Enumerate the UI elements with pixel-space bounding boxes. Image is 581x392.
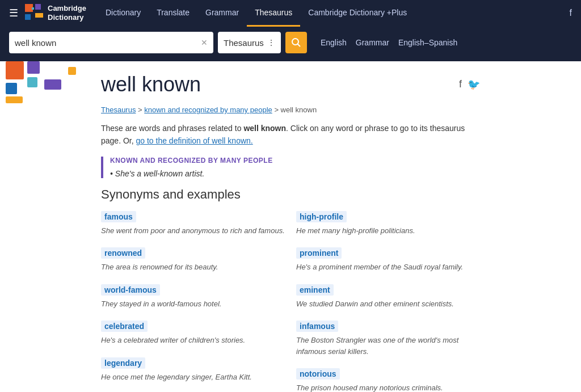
- nav-grammar[interactable]: Grammar: [197, 0, 247, 27]
- category-block: KNOWN AND RECOGNIZED BY MANY PEOPLE • Sh…: [101, 157, 480, 178]
- synonyms-heading: Synonyms and examples: [101, 187, 480, 202]
- synonym-word-world-famous[interactable]: world-famous: [101, 284, 160, 296]
- logo-icon: [24, 3, 44, 23]
- synonym-example-eminent: We studied Darwin and other eminent scie…: [296, 298, 480, 310]
- search-source-menu-icon[interactable]: ⋮: [267, 38, 275, 47]
- logo-area[interactable]: Cambridge Dictionary: [24, 3, 86, 23]
- sub-nav-grammar[interactable]: Grammar: [356, 38, 389, 47]
- synonyms-left-col: famous She went from poor and anonymous …: [101, 211, 285, 392]
- synonyms-grid: famous She went from poor and anonymous …: [101, 211, 480, 392]
- svg-rect-3: [35, 13, 43, 18]
- hamburger-icon[interactable]: ☰: [9, 7, 18, 19]
- deco-shape-orange: [6, 61, 24, 79]
- synonym-example-world-famous: They stayed in a world-famous hotel.: [101, 298, 285, 310]
- synonym-world-famous: world-famous They stayed in a world-famo…: [101, 284, 285, 310]
- sub-nav-english[interactable]: English: [321, 38, 347, 47]
- synonym-high-profile: high-profile He met many high-profile po…: [296, 211, 480, 237]
- synonym-example-high-profile: He met many high-profile politicians.: [296, 225, 480, 237]
- synonym-example-renowned: The area is renowned for its beauty.: [101, 262, 285, 273]
- facebook-icon[interactable]: f: [459, 78, 462, 91]
- synonym-renowned: renowned The area is renowned for its be…: [101, 247, 285, 273]
- deco-shape-blue: [6, 83, 17, 94]
- intro-bold: well known: [243, 124, 286, 133]
- synonym-word-high-profile[interactable]: high-profile: [296, 211, 347, 222]
- search-input-wrap: ✕: [9, 32, 213, 53]
- deco-shape-yellow: [68, 67, 76, 75]
- svg-point-5: [292, 39, 298, 45]
- synonym-example-famous: She went from poor and anonymous to rich…: [101, 225, 285, 237]
- synonym-celebrated: celebrated He's a celebrated writer of c…: [101, 321, 285, 346]
- intro-text: These are words and phrases related to w…: [101, 122, 480, 147]
- sub-nav-english-spanish[interactable]: English–Spanish: [398, 38, 457, 47]
- synonyms-right-col: high-profile He met many high-profile po…: [296, 211, 480, 392]
- search-icon: [291, 37, 301, 48]
- search-input[interactable]: [15, 38, 197, 48]
- twitter-icon[interactable]: 🐦: [468, 78, 480, 91]
- svg-line-6: [297, 44, 300, 47]
- page-title: well known: [101, 73, 201, 96]
- search-bar-area: ✕ Thesaurus ⋮ English Grammar English–Sp…: [0, 26, 581, 61]
- logo-text: Cambridge Dictionary: [48, 4, 86, 22]
- synonym-word-prominent[interactable]: prominent: [296, 247, 342, 259]
- synonym-notorious: notorious The prison housed many notorio…: [296, 368, 480, 392]
- synonym-example-legendary: He once met the legendary singer, Eartha…: [101, 372, 285, 383]
- synonym-prominent: prominent He's a prominent member of the…: [296, 247, 480, 273]
- facebook-nav-icon[interactable]: f: [570, 8, 572, 18]
- main-content: well known f 🐦 Thesaurus > known and rec…: [92, 61, 489, 392]
- svg-rect-4: [32, 7, 34, 10]
- synonym-word-legendary[interactable]: legendary: [101, 357, 145, 369]
- search-button[interactable]: [285, 32, 307, 53]
- nav-links: Dictionary Translate Grammar Thesaurus C…: [98, 0, 570, 27]
- svg-rect-0: [25, 4, 33, 12]
- synonym-famous: famous She went from poor and anonymous …: [101, 211, 285, 237]
- nav-thesaurus[interactable]: Thesaurus: [247, 0, 300, 27]
- page-title-row: well known f 🐦: [101, 73, 480, 96]
- synonym-word-celebrated[interactable]: celebrated: [101, 321, 148, 332]
- synonym-example-prominent: He's a prominent member of the Saudi roy…: [296, 262, 480, 273]
- breadcrumb-category[interactable]: known and recognized by many people: [144, 106, 272, 114]
- synonym-word-eminent[interactable]: eminent: [296, 284, 334, 296]
- category-label: KNOWN AND RECOGNIZED BY MANY PEOPLE: [110, 157, 480, 165]
- search-source-wrap: Thesaurus ⋮: [218, 32, 281, 53]
- nav-plus[interactable]: Cambridge Dictionary +Plus: [300, 0, 415, 27]
- deco-shape-purple: [27, 61, 40, 74]
- nav-translate[interactable]: Translate: [149, 0, 197, 27]
- sub-nav-links: English Grammar English–Spanish: [321, 38, 457, 47]
- synonym-legendary: legendary He once met the legendary sing…: [101, 357, 285, 383]
- breadcrumb-thesaurus[interactable]: Thesaurus: [101, 106, 136, 114]
- svg-rect-2: [25, 14, 31, 20]
- synonym-word-renowned[interactable]: renowned: [101, 247, 145, 259]
- synonym-word-notorious[interactable]: notorious: [296, 368, 340, 380]
- category-example: • She's a well-known artist.: [110, 169, 480, 178]
- synonym-example-infamous: The Boston Strangler was one of the worl…: [296, 335, 480, 357]
- deco-shape-purple2: [44, 79, 61, 90]
- synonym-eminent: eminent We studied Darwin and other emin…: [296, 284, 480, 310]
- top-nav: ☰ Cambridge Dictionary Dictionary Transl…: [0, 0, 581, 26]
- synonym-word-infamous[interactable]: infamous: [296, 321, 338, 332]
- search-source-label: Thesaurus: [224, 38, 264, 48]
- intro-definition-link[interactable]: go to the definition of well known.: [136, 136, 252, 145]
- search-clear-icon[interactable]: ✕: [201, 38, 208, 47]
- svg-rect-1: [35, 4, 41, 10]
- synonym-example-celebrated: He's a celebrated writer of children's s…: [101, 335, 285, 346]
- synonym-word-famous[interactable]: famous: [101, 211, 136, 222]
- social-icons: f 🐦: [459, 78, 480, 91]
- deco-area: [0, 61, 96, 107]
- deco-shape-yellow2: [6, 96, 23, 103]
- synonym-example-notorious: The prison housed many notorious crimina…: [296, 382, 480, 392]
- nav-dictionary[interactable]: Dictionary: [98, 0, 149, 27]
- deco-shape-teal: [27, 77, 37, 87]
- breadcrumb: Thesaurus > known and recognized by many…: [101, 106, 480, 114]
- synonym-infamous: infamous The Boston Strangler was one of…: [296, 321, 480, 357]
